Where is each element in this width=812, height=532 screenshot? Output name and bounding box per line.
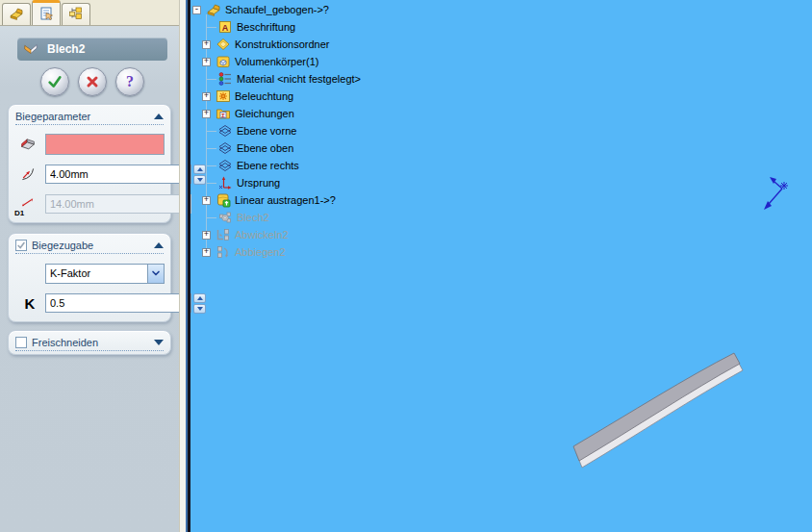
- solidworks-window: -Schaufel_gebogen->?ABeschriftung+Konstr…: [0, 0, 812, 532]
- plane-icon: [217, 158, 233, 173]
- expand-expander-icon[interactable]: +: [202, 92, 211, 101]
- group-biegeparameter-label: Biegeparameter: [15, 111, 154, 122]
- feature-title-bar: Blech2: [17, 38, 167, 61]
- part-top-face[interactable]: [573, 353, 740, 461]
- tree-item-label: Ursprung: [237, 177, 280, 189]
- feature-title: Blech2: [47, 42, 85, 56]
- spinner-up-button[interactable]: [193, 293, 206, 303]
- extrude-icon: [216, 192, 231, 208]
- construction-folder-icon: [216, 37, 231, 52]
- svg-text:Σ: Σ: [221, 113, 225, 118]
- tree-item-ebene-rechts[interactable]: Ebene rechts: [190, 157, 595, 174]
- tree-item-label: Abwickeln2: [235, 229, 289, 241]
- tree-item-label: Beschriftung: [237, 21, 295, 33]
- tree-item-blech2[interactable]: Blech2: [190, 209, 595, 226]
- equations-icon: Σ: [216, 106, 231, 121]
- group-freischneiden-label: Freischneiden: [32, 337, 154, 348]
- collapse-arrow-icon[interactable]: [154, 114, 164, 119]
- plane-icon: [217, 140, 233, 156]
- collapse-arrow-icon[interactable]: [154, 242, 164, 248]
- k-factor-label: K: [25, 295, 36, 312]
- biegezugabe-checkbox[interactable]: [15, 240, 27, 251]
- part-icon: [206, 2, 221, 17]
- question-icon: ?: [126, 73, 134, 90]
- chevron-down-icon[interactable]: [147, 265, 164, 283]
- bend-direction-label: D1: [14, 209, 24, 217]
- lighting-icon: [216, 89, 231, 104]
- biegezugabe-type-dropdown[interactable]: K-Faktor: [45, 264, 165, 284]
- tree-item-linear-austragen1[interactable]: +Linear austragen1->?: [190, 191, 595, 209]
- origin-icon: [217, 175, 233, 190]
- solid-bodies-icon: [216, 54, 231, 69]
- tree-item-abwickeln2[interactable]: +Abwickeln2: [190, 226, 595, 243]
- tab-configurationmanager[interactable]: [62, 3, 90, 25]
- fixed-face-selection-box[interactable]: [45, 134, 165, 155]
- ok-button[interactable]: [40, 67, 69, 96]
- bend-back-gray-icon: [216, 244, 231, 260]
- tree-item-beschriftung[interactable]: ABeschriftung: [190, 18, 595, 36]
- tree-item-label: Ebene rechts: [237, 160, 299, 171]
- collapse-expander-icon[interactable]: -: [192, 6, 201, 14]
- expand-expander-icon[interactable]: +: [202, 196, 211, 205]
- window-border-dark: [188, 0, 190, 532]
- panel-tabstrip: [0, 0, 179, 26]
- tree-item-konstruktionsordner[interactable]: +Konstruktionsordner: [190, 36, 595, 53]
- spinner-up-button[interactable]: [193, 165, 206, 174]
- group-freischneiden-header[interactable]: Freischneiden: [15, 334, 164, 351]
- cancel-button[interactable]: [78, 67, 107, 96]
- flatten-gray-icon: [216, 227, 231, 242]
- tree-item-ebene-vorne[interactable]: Ebene vorne: [190, 122, 595, 139]
- tree-item-label: Konstruktionsordner: [235, 38, 329, 50]
- help-button[interactable]: ?: [115, 67, 144, 96]
- tree-item-material-nicht-festgelegt[interactable]: Material <nicht festgelegt>: [190, 70, 595, 88]
- check-icon: [45, 72, 64, 91]
- tree-item-gleichungen[interactable]: +ΣGleichungen: [190, 105, 595, 122]
- tree-item-ursprung[interactable]: Ursprung: [190, 174, 595, 191]
- freischneiden-checkbox[interactable]: [15, 337, 27, 348]
- propertymanager-icon: [38, 6, 54, 23]
- spinner-down-button[interactable]: [193, 175, 206, 185]
- spinner-down-button[interactable]: [193, 304, 206, 314]
- tab-propertymanager[interactable]: [32, 0, 61, 25]
- group-biegeparameter-header[interactable]: Biegeparameter: [15, 108, 164, 125]
- sheetmetal-bend-icon: [23, 41, 38, 57]
- group-biegezugabe-header[interactable]: Biegezugabe: [15, 237, 164, 254]
- tree-item-label: Ebene vorne: [237, 125, 296, 137]
- bend-radius-input[interactable]: [45, 165, 191, 184]
- k-factor-spinner: [193, 293, 206, 314]
- tree-item-ebene-oben[interactable]: Ebene oben: [190, 139, 595, 157]
- expand-expander-icon[interactable]: +: [202, 40, 211, 49]
- tree-item-label: Abbiegen2: [235, 246, 286, 258]
- expand-expander-icon[interactable]: +: [202, 110, 211, 118]
- tree-item-label: Gleichungen: [235, 108, 294, 119]
- plane-icon: [217, 123, 233, 139]
- material-icon: [217, 71, 233, 87]
- expand-arrow-icon[interactable]: [154, 340, 164, 345]
- group-freischneiden: Freischneiden: [8, 330, 171, 355]
- property-manager-panel: Blech2 ? Biegeparameter: [0, 0, 179, 532]
- bend-radius-spinner: [193, 165, 206, 185]
- expand-expander-icon[interactable]: +: [202, 248, 211, 257]
- group-biegezugabe-label: Biegezugabe: [32, 240, 154, 251]
- svg-text:A: A: [222, 23, 229, 33]
- x-icon: [83, 72, 102, 91]
- tree-item-label: Blech2: [237, 212, 269, 223]
- annotations-icon: A: [217, 19, 233, 35]
- dropdown-selected-value: K-Faktor: [46, 267, 147, 279]
- expand-expander-icon[interactable]: +: [202, 58, 211, 66]
- expand-expander-icon[interactable]: +: [202, 231, 211, 240]
- tree-item-label: Schaufel_gebogen->?: [225, 4, 329, 15]
- sheet-metal-part[interactable]: [573, 353, 743, 468]
- tree-item-label: Volumenkörper(1): [235, 56, 318, 67]
- bend-distance-input: [45, 194, 191, 214]
- tree-item-volumenk-rper-1[interactable]: +Volumenkörper(1): [190, 53, 595, 70]
- k-factor-input[interactable]: [45, 293, 191, 313]
- configurationmanager-icon: [68, 6, 84, 23]
- tree-item-label: Ebene oben: [237, 142, 293, 154]
- group-biegeparameter: Biegeparameter: [8, 104, 171, 223]
- tree-item-schaufel-gebogen[interactable]: -Schaufel_gebogen->?: [190, 1, 595, 18]
- tree-item-abbiegen2[interactable]: +Abbiegen2: [190, 243, 595, 261]
- group-biegezugabe: Biegezugabe K-Faktor K: [8, 233, 171, 322]
- tab-featuremanager[interactable]: [2, 3, 31, 25]
- tree-item-beleuchtung[interactable]: +Beleuchtung: [190, 88, 595, 105]
